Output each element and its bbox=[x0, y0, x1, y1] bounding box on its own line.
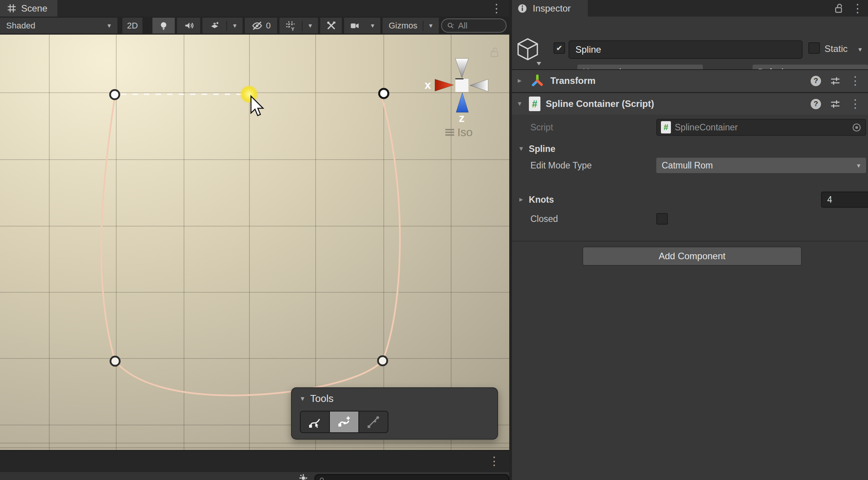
add-knot-tool-icon bbox=[337, 415, 351, 429]
gizmo-z-label: z bbox=[459, 112, 465, 124]
add-knot-tool-button[interactable] bbox=[330, 412, 359, 432]
knots-label: Knots bbox=[529, 195, 554, 205]
static-label: Static bbox=[825, 43, 848, 54]
scene-tab-bar: Scene ⋮ bbox=[0, 0, 509, 17]
search-icon bbox=[319, 477, 326, 480]
foldout-triangle[interactable]: ▼ bbox=[518, 146, 524, 152]
lock-icon[interactable] bbox=[834, 3, 843, 14]
gizmo-center-cube[interactable] bbox=[455, 79, 468, 92]
help-icon[interactable]: ? bbox=[811, 76, 821, 86]
scene-view-panel: Scene ⋮ Shaded ▼ 2D bbox=[0, 0, 509, 480]
gizmos-label: Gizmos bbox=[383, 21, 423, 31]
kebab-menu-icon[interactable]: ⋮ bbox=[850, 98, 861, 110]
chevron-down-icon: ▼ bbox=[308, 23, 313, 28]
spline-toolstrip bbox=[300, 411, 388, 433]
closed-label: Closed bbox=[530, 214, 558, 224]
grid-snap-icon: Y bbox=[285, 20, 296, 31]
gameobject-header: Static ▼ Tag Untagged ▼ Layer Default ▼ bbox=[512, 17, 868, 69]
knots-count-field[interactable]: 4 bbox=[821, 192, 868, 208]
edit-mode-label: Edit Mode Type bbox=[530, 160, 592, 171]
foldout-triangle[interactable]: ► bbox=[517, 78, 523, 84]
tab-scene[interactable]: Scene bbox=[0, 0, 57, 17]
script-icon: # bbox=[529, 97, 540, 111]
transform-title: Transform bbox=[550, 75, 595, 86]
section-divider bbox=[512, 241, 868, 242]
foldout-triangle[interactable]: ▼ bbox=[517, 101, 523, 107]
camera-dropdown-button[interactable]: ▼ bbox=[344, 18, 380, 33]
closed-checkbox[interactable] bbox=[656, 213, 668, 225]
knot-move-tool-icon bbox=[308, 415, 322, 429]
chevron-down-icon: ▼ bbox=[370, 23, 376, 28]
shading-mode-dropdown[interactable]: Shaded ▼ bbox=[0, 18, 117, 33]
kebab-menu-icon[interactable]: ⋮ bbox=[850, 75, 861, 87]
search-icon bbox=[447, 22, 455, 30]
knots-value: 4 bbox=[827, 195, 832, 205]
edit-mode-dropdown[interactable]: Catmull Rom ▼ bbox=[656, 158, 866, 173]
bottom-search-input[interactable] bbox=[314, 474, 509, 480]
shading-mode-label: Shaded bbox=[6, 21, 35, 31]
chevron-down-icon: ▼ bbox=[428, 23, 434, 28]
editor-tools-button[interactable] bbox=[320, 18, 342, 33]
inspector-tab-bar: Inspector ⋮ bbox=[512, 0, 868, 17]
gear-icon[interactable] bbox=[299, 474, 308, 480]
info-icon bbox=[517, 3, 527, 13]
search-placeholder-text: All bbox=[458, 21, 467, 31]
2d-label: 2D bbox=[127, 21, 138, 31]
kebab-menu-icon[interactable]: ⋮ bbox=[852, 3, 863, 14]
chevron-down-icon: ▼ bbox=[856, 163, 861, 168]
spline-knot[interactable] bbox=[379, 89, 388, 98]
kebab-menu-icon[interactable]: ⋮ bbox=[491, 3, 502, 14]
panel-divider[interactable] bbox=[509, 0, 512, 480]
gizmo-projection-label[interactable]: Iso bbox=[457, 126, 473, 138]
lighting-toggle-button[interactable] bbox=[152, 18, 175, 33]
add-component-button[interactable]: Add Component bbox=[582, 247, 802, 266]
tools-overlay-panel: ▼ Tools bbox=[291, 387, 498, 440]
gameobject-name-input[interactable] bbox=[569, 40, 803, 59]
active-checkbox[interactable] bbox=[554, 42, 565, 54]
bottom-panel-tab-bar: ⋮ bbox=[0, 450, 509, 471]
effects-dropdown-button[interactable]: ▼ bbox=[202, 18, 243, 33]
spline-knot[interactable] bbox=[378, 356, 387, 365]
wrench-hammer-icon bbox=[326, 20, 336, 31]
kebab-menu-icon[interactable]: ⋮ bbox=[488, 455, 500, 467]
bottom-panel-toolbar bbox=[0, 471, 509, 480]
spline-container-component-header[interactable]: ▼ # Spline Container (Script) ? ⋮ bbox=[512, 92, 868, 115]
chevron-down-icon[interactable]: ▼ bbox=[857, 47, 863, 52]
audio-toggle-button[interactable] bbox=[177, 18, 200, 33]
spline-knot[interactable] bbox=[110, 357, 120, 366]
eye-slash-icon bbox=[251, 20, 263, 32]
hidden-count-label: 0 bbox=[266, 21, 271, 31]
spline-knot[interactable] bbox=[110, 90, 119, 99]
knot-move-tool-button[interactable] bbox=[301, 412, 330, 432]
hidden-objects-button[interactable]: 0 bbox=[245, 18, 277, 33]
svg-text:Y: Y bbox=[291, 26, 294, 31]
2d-toggle-button[interactable]: 2D bbox=[122, 18, 142, 33]
gizmo-x-label: x bbox=[425, 78, 431, 91]
foldout-triangle[interactable]: ► bbox=[518, 197, 524, 203]
knots-row: ► Knots 4 bbox=[512, 191, 868, 208]
spline-container-title: Spline Container (Script) bbox=[546, 98, 654, 109]
static-checkbox[interactable] bbox=[808, 42, 820, 54]
help-icon[interactable]: ? bbox=[811, 99, 821, 109]
grid-icon bbox=[7, 3, 17, 13]
tangent-tool-button[interactable] bbox=[359, 412, 388, 432]
script-row: Script # SplineContainer bbox=[512, 118, 868, 137]
foldout-triangle[interactable]: ▼ bbox=[299, 396, 306, 402]
scene-tab-label: Scene bbox=[21, 3, 47, 14]
gizmos-dropdown-button[interactable]: Gizmos ▼ bbox=[383, 18, 439, 33]
preset-icon[interactable] bbox=[830, 99, 840, 109]
script-object-field[interactable]: # SplineContainer bbox=[656, 119, 866, 136]
tangent-tool-icon bbox=[366, 415, 380, 429]
transform-component-header[interactable]: ► Transform ? ⋮ bbox=[512, 69, 868, 92]
script-value: SplineContainer bbox=[675, 122, 738, 133]
tab-inspector[interactable]: Inspector bbox=[512, 0, 588, 17]
audio-icon bbox=[184, 20, 194, 31]
scene-search-input[interactable]: All bbox=[441, 18, 507, 33]
cube-icon[interactable] bbox=[515, 37, 542, 67]
object-picker-icon[interactable] bbox=[852, 123, 861, 132]
add-component-label: Add Component bbox=[659, 251, 725, 262]
spline-foldout-row[interactable]: ▼ Spline bbox=[512, 142, 868, 156]
preset-icon[interactable] bbox=[830, 76, 840, 86]
grid-snap-dropdown-button[interactable]: Y ▼ bbox=[279, 18, 318, 33]
tools-overlay-title: Tools bbox=[310, 393, 334, 405]
